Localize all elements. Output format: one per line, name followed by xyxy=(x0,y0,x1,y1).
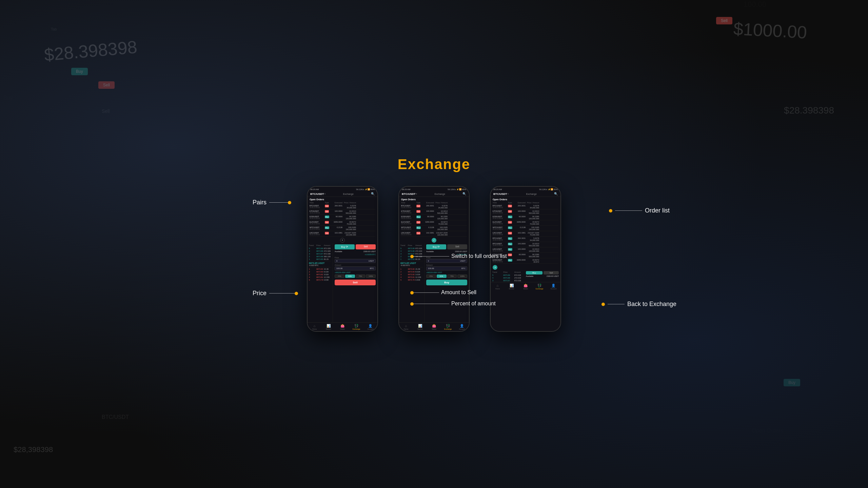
ob-col-trend: Trend xyxy=(309,244,316,246)
buy-label: Buy xyxy=(341,246,345,248)
market-label-3: Market xyxy=(509,288,514,290)
p2-s4-p: 6873.88 xyxy=(408,250,415,252)
nav-wallet-2[interactable]: 👛 Wallet xyxy=(427,323,441,331)
phone-1-percent-btns: 25% 60% 75% 100% xyxy=(335,274,376,278)
ob-b2-price: 6873.83 xyxy=(316,271,324,273)
order-row-5[interactable]: WTC/USDT09.25.15:09:53 Buy 0.2138 100.01… xyxy=(310,226,375,231)
exchange-icon-3: 💱 xyxy=(537,284,541,287)
pct-25[interactable]: 25% xyxy=(335,274,344,278)
ob-b5-trend: 5 xyxy=(309,279,316,281)
p3-order-row-1[interactable]: BTC/USDT10.06.15:09:53 Sell 200.3031 5.0… xyxy=(493,204,558,209)
p2-pct-75[interactable]: 75% xyxy=(447,274,457,278)
nav-market-3[interactable]: 📊 Market xyxy=(505,282,518,291)
p2-o6-time: 09.22.15:09:53 xyxy=(401,234,416,236)
phone-2-collapse-btn[interactable]: ✓ xyxy=(399,237,469,243)
nav-home-3[interactable]: ⌂ Home xyxy=(491,282,505,291)
order-row-3[interactable]: EOS/USDT09.30.15:09:53 Buy 90.0000 90.22… xyxy=(310,215,375,220)
p3-s4: 46873.88272.029 xyxy=(492,277,525,279)
account-icon-1: 👤 xyxy=(368,324,372,328)
p3-order-row-7[interactable]: BTC/USDT10.06.15:09:53 Buy 200.3031 5.02… xyxy=(493,237,558,242)
nav-exchange-2[interactable]: 💱 Exchange xyxy=(441,323,455,331)
nav-market-2[interactable]: 📊 Market xyxy=(413,323,427,331)
p2-order-row-3[interactable]: EOS/USDT09.30.15:09:53 Buy 90.0000 90.22… xyxy=(401,215,467,220)
exchange-icon-2: 💱 xyxy=(446,324,450,328)
phone-2-amount-field[interactable]: 100.00 BTC xyxy=(426,266,467,270)
pct-100[interactable]: 100% xyxy=(366,274,376,278)
phone-1-buy-tab[interactable]: Buy ⟳ xyxy=(335,244,355,249)
pct-60[interactable]: 60% xyxy=(345,274,355,278)
phone-2-orders-title: Open Orders xyxy=(401,198,467,201)
p2-pct-25[interactable]: 25% xyxy=(426,274,436,278)
p2-b3-t: 3 xyxy=(400,273,408,276)
p3-s5t: 5 xyxy=(492,274,503,276)
phone-3-pair-selector[interactable]: BTC/USDT ▾ xyxy=(493,192,509,196)
p3-order-row-9[interactable]: LRC/USDT09.22.15:09:53 Buy 100.0000 10.0… xyxy=(493,247,558,253)
p3-order-row-4[interactable]: ELF/USDT09.28.15:09:53 Sell 3289.0000 33… xyxy=(493,220,558,226)
phone-3-sell-tab[interactable]: Sell xyxy=(544,271,559,274)
phone-2-sell-tab[interactable]: Sell xyxy=(447,244,467,249)
p2-order-row-6[interactable]: LRC/USDT09.22.15:09:53 Sell 102.3381 210… xyxy=(401,231,467,237)
p2-order-row-5[interactable]: WTC/USDT09.25.15:09:53 Buy 0.2138 100.01… xyxy=(401,226,467,231)
p3-order-row-2[interactable]: ETH/USDT10.03.15:09:53 Sell 100.0000 10.… xyxy=(493,209,558,215)
nav-account-2[interactable]: 👤 Account xyxy=(455,323,469,331)
phone-3-orders-title: Open Orders xyxy=(493,198,558,201)
p3-order-row-3[interactable]: EOS/USDT09.30.15:09:53 Buy 90.0000 90.22… xyxy=(493,215,558,220)
nav-account-3[interactable]: 👤 Account xyxy=(547,282,560,291)
nav-market-1[interactable]: 📊 Market xyxy=(321,323,335,331)
p3-order-row-5[interactable]: WTC/USDT09.25.15:09:53 Buy 0.2138 100.01… xyxy=(493,226,558,231)
phone-2-buy-tab[interactable]: Buy ⟳ xyxy=(426,244,446,249)
pct-75[interactable]: 75% xyxy=(356,274,366,278)
phone-3-buy-tab[interactable]: Buy xyxy=(526,271,542,274)
avail-label: Available xyxy=(335,250,342,252)
phone-1-price-field[interactable]: 0 USDT xyxy=(335,259,376,263)
order-row-1[interactable]: BTC/USDT10.06.15:09:53 Sell 200.3031 5.0… xyxy=(310,204,375,209)
phone-1-pair-selector[interactable]: BTC/USDT ▾ xyxy=(310,192,326,196)
p2-order-row-4[interactable]: ELF/USDT09.28.15:09:53 Sell 3289.0000 33… xyxy=(401,220,467,226)
phone-1-collapse-btn[interactable]: ▾ xyxy=(308,237,377,243)
nav-exchange-1[interactable]: 💱 Exchange xyxy=(350,323,363,331)
p2-col-type: Type xyxy=(416,202,424,204)
p2-o4-time: 09.28.15:09:53 xyxy=(401,223,416,225)
ob-buy-4: 46873.8112.038 xyxy=(309,276,331,279)
home-label-2: Home xyxy=(404,328,408,330)
phone-1-amount-field[interactable]: 100.00 BTC xyxy=(335,266,376,270)
ob-b1-trend: 1 xyxy=(309,268,316,270)
phone-1-search-icon[interactable]: 🔍 xyxy=(371,192,375,196)
nav-wallet-3[interactable]: 👛 Wallet xyxy=(518,282,532,291)
p2-avail-value: 1500.00 USDT xyxy=(455,250,467,252)
order-row-6[interactable]: LRC/USDT09.22.15:09:53 Sell 102.3381 210… xyxy=(310,231,375,237)
nav-home-2[interactable]: ⌂ Home xyxy=(399,323,413,331)
p2-o1-price: 5.027634,000.000 xyxy=(434,205,448,209)
nav-exchange-3[interactable]: 💱 Exchange xyxy=(533,282,547,291)
home-icon-2: ⌂ xyxy=(405,324,407,328)
p2-pct-100[interactable]: 100% xyxy=(457,274,467,278)
order-row-2[interactable]: ETH/USDT10.03.15:09:53 Sell 100.0000 10.… xyxy=(310,209,375,215)
p2-b4-a: 12.038 xyxy=(415,276,423,278)
phone-2-pair-selector[interactable]: BTC/USDT ▾ xyxy=(402,192,417,196)
phone-3-search-icon[interactable]: 🔍 xyxy=(554,192,558,196)
nav-home-1[interactable]: ⌂ Home xyxy=(308,323,321,331)
p2-order-row-1[interactable]: BTC/USDT10.06.15:09:53 Sell 200.3031 5.0… xyxy=(401,204,467,209)
p3-o10-ex: 90.0000 xyxy=(515,253,526,258)
p2-pct-60[interactable]: 60% xyxy=(437,274,447,278)
nav-wallet-1[interactable]: 👛 Wallet xyxy=(335,323,349,331)
phone-1-sell-button[interactable]: Sell xyxy=(335,280,376,285)
nav-account-1[interactable]: 👤 Account xyxy=(363,323,377,331)
order-6-type: Sell xyxy=(325,232,329,235)
p3-order-row-8[interactable]: BTC/USDT10.06.15:09:53 Buy 100.0000 10.0… xyxy=(493,242,558,247)
col-price: Price / Amount xyxy=(342,202,356,204)
phone-3-back-circle[interactable]: ∧ xyxy=(493,265,497,270)
ob-sell-4: 46873.88272.029 xyxy=(309,250,331,252)
phone-2-price-field[interactable]: 0 USDT xyxy=(426,259,467,263)
phone-2-search-icon[interactable]: 🔍 xyxy=(462,192,466,196)
phone-1-sell-tab[interactable]: Sell xyxy=(356,244,376,249)
phone-2-buy-button[interactable]: Buy xyxy=(426,280,467,285)
p2-o6-type: Sell xyxy=(416,232,420,235)
p3-s3: 36873.87872.038 xyxy=(492,279,525,282)
p2-b5-a: 0.838 xyxy=(415,279,423,281)
p3-order-row-6[interactable]: LRC/USDT09.22.15:09:53 Sell 102.3381 210… xyxy=(493,231,558,237)
p2-b5-p: 6873.79 xyxy=(408,279,415,281)
phone-3-bottom-nav: ⌂ Home 📊 Market 👛 Wallet 💱 Exchange xyxy=(491,282,560,291)
p2-order-row-2[interactable]: ETH/USDT10.03.15:09:53 Sell 100.0000 10.… xyxy=(401,209,467,215)
order-row-4[interactable]: ELF/USDT09.28.15:09:53 Sell 3289.0000 33… xyxy=(310,220,375,226)
